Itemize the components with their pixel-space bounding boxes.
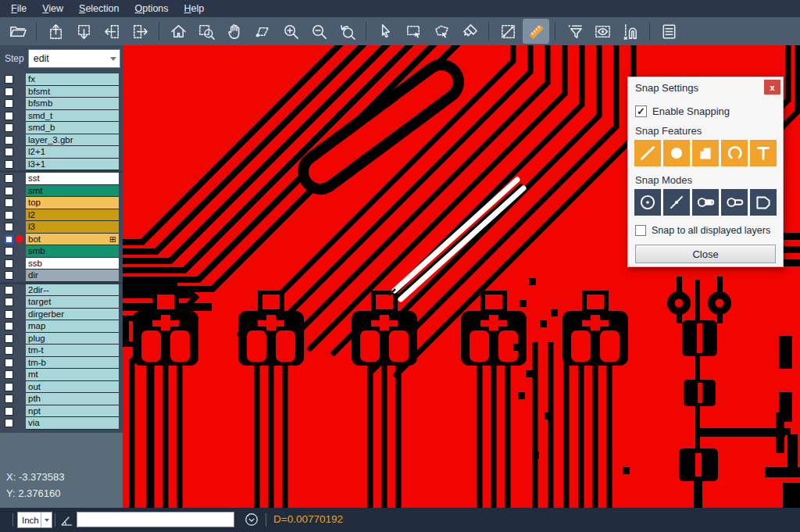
in-down-button[interactable] [70, 19, 97, 44]
layer-checkbox[interactable] [5, 174, 13, 183]
close-button[interactable]: Close [635, 245, 776, 263]
layer-checkbox[interactable] [5, 160, 13, 169]
layer-row-plug[interactable]: plug [0, 333, 123, 345]
ruler-button[interactable] [523, 19, 549, 44]
snap-mode-pad-slot-button[interactable] [692, 189, 719, 216]
enable-snapping-checkbox[interactable]: ✓ [635, 105, 647, 117]
layer-row-pth[interactable]: pth [0, 393, 123, 405]
layer-row-map[interactable]: map [0, 320, 123, 333]
layer-checkbox[interactable] [5, 346, 13, 355]
zoom-window-button[interactable] [193, 19, 220, 44]
in-up-button[interactable] [42, 19, 69, 44]
layer-checkbox[interactable] [5, 247, 13, 255]
layer-row-bot[interactable]: bot⊞ [0, 234, 123, 246]
snap-mode-pad-outline-button[interactable] [721, 189, 748, 216]
layer-checkbox[interactable] [5, 286, 13, 295]
home-button[interactable] [165, 19, 191, 44]
filter-button[interactable] [561, 19, 588, 44]
select-rect-button[interactable] [400, 19, 427, 44]
layer-row-fx[interactable]: fx [0, 73, 123, 86]
layer-row-bfsmb[interactable]: bfsmb [0, 98, 123, 110]
layer-checkbox[interactable] [5, 75, 13, 84]
dialog-close-button[interactable]: x [764, 80, 780, 95]
snap-all-layers-checkbox[interactable] [635, 225, 646, 236]
zoom-previous-button[interactable] [334, 19, 360, 44]
layer-row-bfsmt[interactable]: bfsmt [0, 86, 123, 98]
layer-checkbox[interactable] [5, 395, 13, 403]
layer-row-tm-b[interactable]: tm-b [0, 357, 123, 370]
layer-row-2dir--[interactable]: 2dir-- [0, 284, 123, 297]
layer-checkbox[interactable] [5, 235, 13, 244]
menu-item-selection[interactable]: Selection [71, 1, 127, 16]
layer-checkbox[interactable] [5, 310, 13, 319]
move-vertex-button[interactable] [249, 19, 276, 44]
view-options-button[interactable] [589, 19, 616, 44]
layer-checkbox[interactable] [5, 187, 13, 195]
zoom-in-button[interactable] [277, 19, 304, 44]
layer-checkbox[interactable] [5, 198, 13, 207]
layer-checkbox[interactable] [5, 211, 13, 220]
layer-checkbox[interactable] [5, 223, 13, 231]
step-select[interactable]: edit [28, 49, 120, 68]
layer-row-target[interactable]: target [0, 296, 123, 309]
snap-feature-surface-button[interactable] [692, 140, 719, 166]
snap-mode-line-point-button[interactable] [663, 189, 690, 216]
layer-checkbox[interactable] [5, 407, 13, 416]
open-button[interactable] [4, 19, 30, 44]
menu-item-view[interactable]: View [34, 1, 71, 16]
layer-row-smb[interactable]: smb [0, 245, 123, 258]
layer-row-smd_t[interactable]: smd_t [0, 110, 123, 123]
layer-checkbox[interactable] [5, 298, 13, 306]
clean-button[interactable] [456, 19, 483, 44]
snap-button[interactable] [617, 19, 644, 44]
layer-checkbox[interactable] [5, 136, 13, 145]
layer-checkbox[interactable] [5, 123, 13, 132]
pan-button[interactable] [221, 19, 248, 44]
snap-mode-contour-button[interactable] [750, 189, 777, 216]
layer-row-l2+1[interactable]: l2+1 [0, 146, 123, 159]
angle-mode-icon[interactable] [59, 512, 74, 530]
layer-checkbox[interactable] [5, 359, 13, 367]
in-left-button[interactable] [98, 19, 125, 44]
unit-select[interactable]: Inch [17, 512, 52, 528]
menu-item-file[interactable]: File [3, 1, 34, 16]
layer-checkbox[interactable] [5, 112, 13, 120]
layer-row-tm-t[interactable]: tm-t [0, 345, 123, 357]
layer-row-l2[interactable]: l2 [0, 209, 123, 222]
select-button[interactable] [372, 19, 398, 44]
layer-row-dirgerber[interactable]: dirgerber [0, 309, 123, 321]
layer-checkbox[interactable] [5, 259, 13, 268]
snap-feature-text-button[interactable] [750, 140, 777, 166]
layer-checkbox[interactable] [5, 383, 13, 391]
layer-row-l3[interactable]: l3 [0, 221, 123, 234]
layer-row-ssb[interactable]: ssb [0, 258, 123, 270]
layer-row-layer_3.gbr[interactable]: layer_3.gbr [0, 134, 123, 147]
layer-row-out[interactable]: out [0, 381, 123, 394]
layer-checkbox[interactable] [5, 419, 13, 427]
report-button[interactable] [655, 19, 682, 44]
layer-row-npt[interactable]: npt [0, 405, 123, 418]
layer-checkbox[interactable] [5, 334, 13, 343]
layer-row-dir[interactable]: dir [0, 270, 123, 282]
layer-checkbox[interactable] [5, 87, 13, 96]
rotate-state-icon[interactable] [244, 512, 259, 530]
layer-row-smt[interactable]: smt [0, 185, 123, 198]
snap-feature-line-button[interactable] [634, 140, 661, 166]
menu-item-help[interactable]: Help [177, 1, 212, 16]
command-input[interactable] [77, 512, 234, 527]
layer-checkbox[interactable] [5, 322, 13, 330]
snap-mode-center-button[interactable] [634, 189, 661, 216]
layer-checkbox[interactable] [5, 370, 13, 379]
snap-feature-arc-button[interactable] [721, 140, 748, 166]
layer-checkbox[interactable] [5, 271, 13, 280]
layer-row-sst[interactable]: sst [0, 173, 123, 185]
measure-point-button[interactable] [495, 19, 521, 44]
layer-row-l3+1[interactable]: l3+1 [0, 159, 123, 171]
layer-row-via[interactable]: via [0, 417, 123, 430]
snap-feature-pad-button[interactable] [663, 140, 690, 166]
layer-checkbox[interactable] [5, 148, 13, 156]
layer-checkbox[interactable] [5, 99, 13, 108]
layer-row-smd_b[interactable]: smd_b [0, 122, 123, 134]
layer-row-top[interactable]: top [0, 197, 123, 209]
layer-row-mt[interactable]: mt [0, 369, 123, 381]
